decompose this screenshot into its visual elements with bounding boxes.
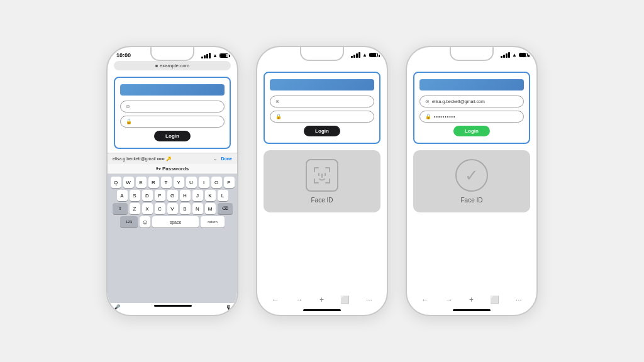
user-icon-1: ⊙ <box>126 104 130 109</box>
username-field-2[interactable]: ⊙ <box>270 96 374 107</box>
key-delete[interactable]: ⌫ <box>218 203 233 214</box>
key-g[interactable]: G <box>167 190 178 201</box>
signal-bar-3-4 <box>508 52 510 58</box>
key-t[interactable]: T <box>161 177 172 188</box>
key-x[interactable]: X <box>142 203 153 214</box>
password-field-1[interactable]: 🔒 <box>120 116 225 128</box>
done-button-1[interactable]: Done <box>221 156 233 161</box>
key-s[interactable]: S <box>130 190 140 201</box>
keyboard-1: Q W E R T Y U I O P A S D F G H <box>108 174 237 303</box>
login-card-2: ⊙ 🔒 Login <box>264 72 380 144</box>
face-id-panel-3: ✓ Face ID <box>413 150 530 212</box>
phone-screen-3: ▲ ⊙ elisa.g.beckett@gmail.com 🔒 ••••••••… <box>407 47 536 315</box>
key-y[interactable]: Y <box>174 177 184 188</box>
autofill-actions-1: ⌄ Done <box>213 156 233 162</box>
key-u[interactable]: U <box>186 177 197 188</box>
nav-pages-2[interactable]: ⬜ <box>340 295 350 304</box>
face-id-check-icon-3: ✓ <box>455 159 488 192</box>
key-shift[interactable]: ⇧ <box>113 203 128 214</box>
key-b[interactable]: B <box>180 203 191 214</box>
key-a[interactable]: A <box>117 190 128 201</box>
nav-more-3[interactable]: ··· <box>516 295 522 304</box>
username-field-3[interactable]: ⊙ elisa.g.beckett@gmail.com <box>419 96 524 107</box>
key-k[interactable]: K <box>205 190 216 201</box>
nav-back-3[interactable]: ← <box>421 295 429 304</box>
nav-forward-2[interactable]: → <box>296 295 303 304</box>
phone-3: ▲ ⊙ elisa.g.beckett@gmail.com 🔒 ••••••••… <box>406 46 538 316</box>
battery-icon-3 <box>519 53 528 57</box>
passwords-row-1[interactable]: 🗝 Passwords <box>108 164 237 174</box>
wifi-icon-3: ▲ <box>512 52 517 58</box>
nav-more-2[interactable]: ··· <box>366 295 372 304</box>
username-field-1[interactable]: ⊙ <box>120 101 225 112</box>
face-id-svg-2 <box>311 164 333 187</box>
signal-bar-4 <box>209 53 211 58</box>
lock-icon-2: 🔒 <box>275 114 282 119</box>
login-card-1: ⊙ 🔒 Login <box>114 77 231 149</box>
key-j[interactable]: J <box>192 190 203 201</box>
key-v[interactable]: V <box>167 203 178 214</box>
wifi-icon-2: ▲ <box>362 52 367 58</box>
signal-bar-2-3 <box>356 53 358 58</box>
phone-notch-1 <box>150 47 194 61</box>
login-button-3[interactable]: Login <box>453 126 490 136</box>
nav-back-2[interactable]: ← <box>272 295 279 304</box>
signal-bar-2-1 <box>351 56 353 58</box>
face-id-label-3: Face ID <box>460 197 482 204</box>
bottom-bar-1: 🎤 🎙 <box>108 303 237 315</box>
login-card-3: ⊙ elisa.g.beckett@gmail.com 🔒 ••••••••••… <box>413 72 530 144</box>
battery-icon-2 <box>369 53 378 57</box>
voice-icon-1: 🎙 <box>226 304 232 311</box>
login-header-2 <box>270 79 374 90</box>
nav-add-3[interactable]: + <box>469 295 474 304</box>
phone-notch-2 <box>300 47 344 61</box>
password-field-3[interactable]: 🔒 •••••••••• <box>419 111 524 123</box>
key-f[interactable]: F <box>155 190 165 201</box>
signal-bar-2-2 <box>353 55 355 58</box>
key-l[interactable]: L <box>218 190 228 201</box>
key-e[interactable]: E <box>136 177 147 188</box>
battery-icon-1 <box>219 53 228 58</box>
key-i[interactable]: I <box>199 177 209 188</box>
key-n[interactable]: N <box>192 203 203 214</box>
login-button-2[interactable]: Login <box>304 126 340 136</box>
keyboard-row-4: 123 ☺ space return <box>109 216 236 228</box>
chevron-icon-1[interactable]: ⌄ <box>213 156 218 162</box>
address-bar-1[interactable]: example.com <box>114 61 231 70</box>
nav-forward-3[interactable]: → <box>445 295 453 304</box>
key-w[interactable]: W <box>123 177 134 188</box>
nav-pages-3[interactable]: ⬜ <box>490 295 499 304</box>
key-return[interactable]: return <box>201 216 225 228</box>
key-p[interactable]: P <box>224 177 235 188</box>
key-emoji[interactable]: ☺ <box>140 216 150 228</box>
key-c[interactable]: C <box>155 203 165 214</box>
status-icons-2: ▲ <box>351 52 378 58</box>
signal-bar-2-4 <box>358 52 360 58</box>
email-value-3: elisa.g.beckett@gmail.com <box>432 99 485 104</box>
key-o[interactable]: O <box>211 177 222 188</box>
key-r[interactable]: R <box>148 177 159 188</box>
key-z[interactable]: Z <box>130 203 140 214</box>
key-m[interactable]: M <box>205 203 216 214</box>
phone-screen-1: 10:00 ▲ example.com <box>108 47 237 315</box>
passwords-icon-1: 🗝 Passwords <box>156 166 189 172</box>
keyboard-row-1: Q W E R T Y U I O P <box>109 177 236 188</box>
home-indicator-2 <box>303 309 341 311</box>
nav-add-2[interactable]: + <box>319 295 324 304</box>
status-icons-3: ▲ <box>501 52 528 58</box>
wifi-icon-1: ▲ <box>213 53 218 58</box>
phone-2: ▲ ⊙ 🔒 Login <box>256 46 388 316</box>
key-space[interactable]: space <box>152 216 199 228</box>
autofill-email-1: elisa.g.beckett@gmail ••••• 🔑 <box>113 156 172 162</box>
key-d[interactable]: D <box>142 190 153 201</box>
key-h[interactable]: H <box>180 190 191 201</box>
key-123[interactable]: 123 <box>120 216 138 228</box>
password-field-2[interactable]: 🔒 <box>270 111 374 123</box>
login-button-1[interactable]: Login <box>154 131 191 141</box>
lock-icon-3: 🔒 <box>425 114 431 119</box>
key-q[interactable]: Q <box>111 177 121 188</box>
keyboard-row-2: A S D F G H J K L <box>109 190 236 201</box>
phone-notch-3 <box>450 47 494 61</box>
signal-bar-3 <box>206 54 208 58</box>
signal-bar-3-1 <box>501 56 502 58</box>
